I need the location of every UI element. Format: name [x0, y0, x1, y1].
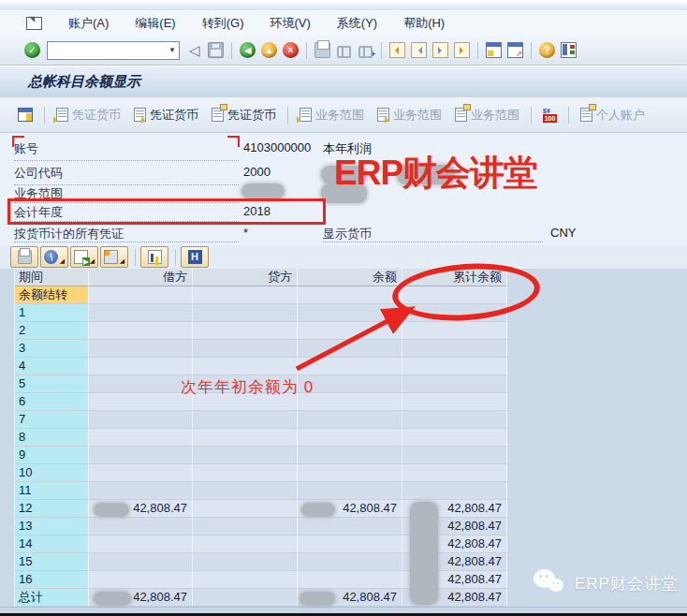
all-documents-value: * [243, 226, 248, 240]
table-row[interactable]: 11 [15, 482, 507, 500]
back-icon[interactable]: ◀ [240, 42, 256, 58]
document-currency-button-1[interactable]: 凭证货币 [50, 104, 127, 126]
privacy-mask [410, 502, 438, 605]
fiscal-year-value: 2018 [243, 204, 270, 218]
privacy-mask [94, 503, 129, 517]
document-currency-button-3[interactable]: 凭证货币 [205, 104, 283, 126]
command-field[interactable]: ▼ [47, 41, 180, 60]
footer-brand-label: ERP财会讲堂 [575, 573, 678, 594]
back-triangle-icon[interactable]: ◁ [186, 42, 202, 58]
enter-icon[interactable]: ✓ [24, 42, 40, 58]
menu-environment[interactable]: 环境(V) [256, 10, 323, 36]
graphic-button[interactable] [140, 246, 168, 268]
account-value: 4103000000 [243, 140, 311, 154]
first-page-icon[interactable] [389, 42, 405, 58]
privacy-mask [300, 592, 335, 606]
sap-gl-balance-window: 账户(A) 编辑(E) 转到(G) 环境(V) 系统(Y) 帮助(H) ✓ ▼ … [0, 0, 687, 616]
table-settings-button[interactable]: ◢ [100, 246, 128, 268]
next-page-icon[interactable] [432, 42, 448, 58]
grid-toolbar: ◢ ◢ ◢ H [0, 245, 687, 269]
table-row-carryforward[interactable]: 余额结转 [15, 286, 507, 304]
page-title: 总帐科目余额显示 [28, 73, 140, 91]
business-area-button-3[interactable]: 业务范围 [448, 104, 526, 126]
table-row[interactable]: 10 [15, 464, 507, 482]
table-row[interactable]: 8 [15, 429, 507, 447]
document-select-icon [300, 108, 312, 122]
company-code-value: 2000 [243, 165, 270, 179]
table-row[interactable]: 5 [15, 375, 507, 393]
menu-help[interactable]: 帮助(H) [390, 10, 458, 36]
exit-icon[interactable]: ▲ [261, 42, 277, 58]
wechat-icon [534, 567, 567, 599]
business-area-label: 业务范围 [14, 185, 63, 202]
cancel-icon[interactable]: × [283, 42, 299, 58]
export-icon [74, 250, 88, 264]
privacy-mask [321, 166, 367, 183]
help-icon[interactable] [539, 42, 555, 58]
document-window-icon [580, 108, 592, 122]
privacy-mask [321, 183, 367, 203]
command-dropdown-icon[interactable]: ▼ [166, 46, 179, 54]
history-button[interactable]: H [181, 246, 209, 268]
business-area-button-1[interactable]: 业务范围 [293, 104, 371, 126]
standard-toolbar: ✓ ▼ ◁ ◀ ▲ × + [0, 36, 687, 66]
col-header-debit[interactable]: 借方 [89, 269, 193, 286]
table-row[interactable]: 1 [15, 304, 507, 322]
customize-layout-icon[interactable] [561, 42, 577, 58]
menu-goto[interactable]: 转到(G) [189, 10, 257, 36]
menu-edit[interactable]: 编辑(E) [122, 10, 188, 36]
display-currency-icon: $¥100 [543, 108, 557, 123]
previous-page-icon[interactable] [411, 42, 427, 58]
display-currency-button[interactable]: $¥100 [536, 105, 563, 125]
command-input[interactable] [51, 43, 166, 58]
grid-print-button[interactable] [10, 246, 38, 268]
table-row[interactable]: 6 [15, 393, 507, 411]
document-window-icon [212, 108, 224, 122]
privacy-mask [397, 165, 455, 184]
menu-account[interactable]: 账户(A) [55, 10, 122, 36]
menu-system[interactable]: 系统(Y) [324, 10, 390, 36]
find-next-icon[interactable]: + [358, 42, 373, 58]
export-button[interactable]: ◢ [70, 246, 98, 268]
table-row[interactable]: 2 [15, 322, 507, 340]
choose-layout-button[interactable] [11, 105, 39, 125]
col-header-balance[interactable]: 余额 [298, 269, 402, 286]
col-header-credit[interactable]: 贷方 [193, 269, 298, 286]
table-settings-icon [104, 250, 118, 264]
table-row[interactable]: 4 [15, 358, 507, 375]
print-icon[interactable] [314, 42, 330, 58]
new-session-icon[interactable] [486, 42, 502, 58]
menu-bar: 账户(A) 编辑(E) 转到(G) 环境(V) 系统(Y) 帮助(H) [0, 10, 687, 37]
application-toolbar: 凭证货币 凭证货币 凭证货币 业务范围 业务范围 业务范围 $¥100 个人账户 [0, 97, 687, 133]
footer-brand: ERP财会讲堂 [534, 567, 678, 599]
privacy-mask [94, 592, 131, 606]
privacy-mask [301, 503, 335, 517]
table-header-row: 期间 借方 贷方 余额 累计余额 [15, 269, 507, 286]
create-shortcut-icon[interactable] [507, 42, 523, 58]
table-row[interactable]: 3 [15, 340, 507, 358]
all-documents-label: 按货币计的所有凭证 [14, 226, 124, 242]
table-row[interactable]: 7 [15, 411, 507, 429]
table-row[interactable]: 9 [15, 447, 507, 464]
personal-account-button[interactable]: 个人账户 [574, 104, 651, 126]
col-header-cumulative[interactable]: 累计余额 [402, 269, 507, 286]
fiscal-year-label: 会计年度 [14, 204, 63, 221]
account-description: 本年利润 [323, 140, 372, 157]
privacy-mask [241, 183, 285, 199]
business-area-button-2[interactable]: 业务范围 [371, 104, 448, 126]
col-header-period[interactable]: 期间 [15, 269, 89, 286]
document-next-icon [377, 108, 389, 122]
save-icon[interactable] [208, 42, 224, 58]
report-clock-icon [44, 250, 58, 264]
document-window-icon [455, 108, 467, 122]
document-select-icon [56, 108, 68, 122]
document-currency-button-2[interactable]: 凭证货币 [127, 104, 205, 126]
system-menu-icon[interactable] [26, 17, 42, 30]
bar-chart-icon [148, 250, 162, 264]
document-next-icon [134, 108, 146, 122]
print-icon [18, 250, 32, 264]
find-icon[interactable] [336, 42, 352, 58]
last-page-icon[interactable] [454, 42, 470, 58]
display-currency-label: 显示货币 [323, 226, 372, 242]
report-select-button[interactable]: ◢ [40, 246, 68, 268]
